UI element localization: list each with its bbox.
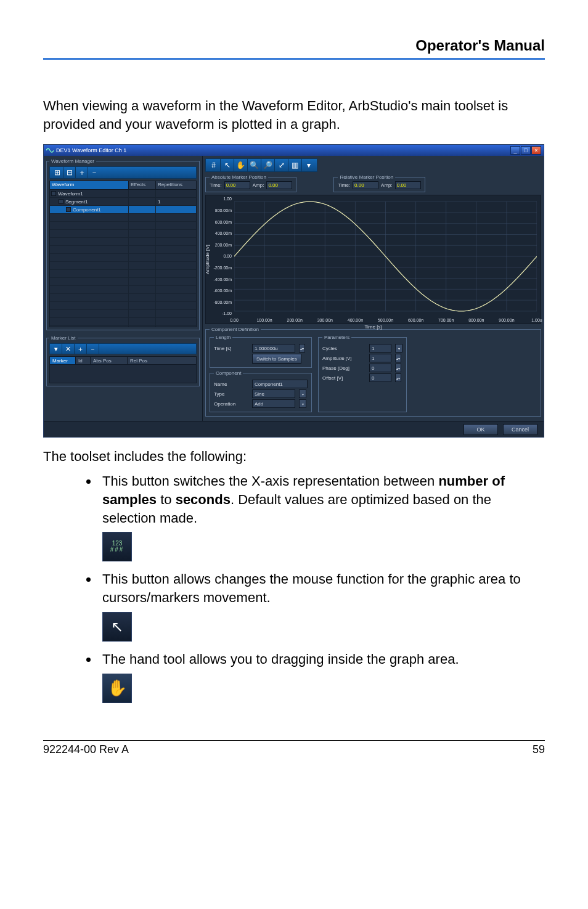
length-time-spinner[interactable]: ▴▾ (299, 344, 305, 353)
page-header: Operator's Manual (43, 37, 545, 60)
marker-col-id[interactable]: Id (76, 357, 91, 364)
waveform-row[interactable] (50, 310, 196, 318)
dialog-footer: OK Cancel (44, 421, 544, 437)
switch-to-samples-button[interactable]: Switch to Samples (252, 354, 301, 364)
component-legend: Component (214, 370, 243, 376)
component-type-dropdown-icon[interactable]: ▾ (299, 389, 306, 398)
titlebar[interactable]: DEV1 Waveform Editor Ch 1 _ □ × (44, 145, 544, 156)
chart-ylabel: Amplitude [V] (205, 245, 210, 275)
waveform-row[interactable] (50, 270, 196, 278)
hand-sample-icon: ✋ (102, 674, 132, 703)
marker-list-toolbar: ▾ ✕ ＋ － (49, 343, 197, 354)
chart-xtick: 200.00n (287, 318, 303, 322)
waveform-row[interactable] (50, 214, 196, 222)
waveform-row[interactable]: Component1 (50, 206, 196, 214)
chart-xlabel: Time [s] (364, 324, 382, 330)
parameters-legend: Parameters (322, 335, 351, 340)
chart-dropdown-icon[interactable]: ▾ (302, 159, 316, 171)
zoom-in-icon[interactable]: 🔍 (248, 159, 261, 171)
cancel-button[interactable]: Cancel (503, 424, 537, 435)
rel-time-input[interactable] (353, 181, 378, 189)
length-time-value[interactable]: 1.000000u (252, 344, 295, 353)
param-label: Cycles (322, 346, 365, 351)
col-repetitions[interactable]: Repetitions (156, 181, 194, 189)
param-value[interactable]: 0 (369, 364, 391, 372)
chart-ytick: -400.00m (211, 277, 232, 282)
param-dropdown-icon[interactable]: ▾ (395, 344, 402, 353)
bullet-xaxis-text-a: This button switches the X-axis represen… (102, 473, 438, 489)
waveform-row[interactable] (50, 246, 196, 254)
waveform-row[interactable] (50, 230, 196, 238)
rel-amp-label: Amp: (381, 182, 393, 188)
intro-paragraph: When viewing a waveform in the Waveform … (43, 97, 545, 133)
minimize-button[interactable]: _ (510, 146, 520, 155)
maximize-button[interactable]: □ (521, 146, 531, 155)
zoom-out-icon[interactable]: 🔎 (261, 159, 275, 171)
chart-ytick: 1.00 (211, 197, 232, 201)
waveform-manager-legend: Waveform Manager (49, 158, 96, 164)
marker-plus-icon[interactable]: ＋ (75, 344, 87, 354)
collapse-icon[interactable]: ⊟ (63, 167, 76, 178)
chart-xtick: 0.00 (230, 318, 239, 322)
fit-icon[interactable]: ⤢ (275, 159, 288, 171)
waveform-row[interactable] (50, 222, 196, 230)
waveform-row[interactable] (50, 238, 196, 246)
marker-minus-icon[interactable]: － (87, 344, 99, 354)
rel-amp-input[interactable] (395, 181, 421, 189)
cursor-icon[interactable]: ↖ (221, 159, 234, 171)
component-name-input[interactable]: Component1 (252, 380, 308, 388)
xaxis-toggle-icon[interactable]: # (207, 159, 221, 171)
param-label: Phase [Deg] (322, 365, 365, 371)
expand-icon[interactable]: ⊞ (51, 167, 63, 178)
abs-time-label: Time: (210, 182, 222, 188)
marker-col-abs[interactable]: Abs Pos (91, 357, 128, 364)
waveform-row[interactable] (50, 302, 196, 310)
param-value[interactable]: 1 (369, 344, 391, 353)
add-icon[interactable]: ＋ (76, 167, 88, 178)
abs-time-input[interactable] (224, 181, 250, 189)
waveform-row[interactable] (50, 286, 196, 294)
marker-delete-icon[interactable]: ✕ (62, 344, 75, 354)
hand-icon[interactable]: ✋ (234, 159, 248, 171)
waveform-row[interactable] (50, 278, 196, 286)
waveform-row[interactable] (50, 326, 196, 327)
marker-col-marker[interactable]: Marker (50, 357, 76, 364)
col-effects[interactable]: Effects (129, 181, 156, 189)
param-spinner-icon[interactable]: ▴▾ (395, 373, 401, 382)
col-waveform[interactable]: Waveform (50, 181, 129, 189)
param-spinner-icon[interactable]: ▴▾ (395, 354, 401, 362)
ok-button[interactable]: OK (463, 424, 498, 435)
marker-add-icon[interactable]: ▾ (50, 344, 62, 354)
chart-type-icon[interactable]: ▥ (288, 159, 302, 171)
component-name-label: Name (214, 381, 248, 387)
param-value[interactable]: 0 (369, 373, 391, 382)
chart-xtick: 300.00n (317, 318, 333, 322)
page-footer: 922244-00 Rev A 59 (43, 740, 545, 756)
relative-marker-position: Relative Marker Position Time: Amp: (333, 174, 425, 192)
xaxis-toggle-sample-icon: 123### (102, 532, 132, 561)
waveform-manager-panel: Waveform Manager ⊞ ⊟ ＋ － Waveform Effect… (46, 158, 200, 330)
waveform-chart[interactable]: Amplitude [V] Time [s] -1.00-800.00m-600… (205, 195, 541, 324)
waveform-row[interactable]: Segment11 (50, 198, 196, 206)
close-button[interactable]: × (531, 146, 541, 155)
waveform-row[interactable]: Waveform1 (50, 190, 196, 198)
bullet-xaxis-text-b: to (157, 492, 176, 507)
app-icon (46, 147, 54, 154)
marker-col-rel[interactable]: Rel Pos (128, 357, 165, 364)
component-type-select[interactable]: Sine (252, 389, 295, 398)
param-value[interactable]: 1 (369, 354, 391, 362)
component-definition-legend: Component Definition (210, 327, 261, 332)
param-label: Offset [V] (322, 375, 365, 381)
param-spinner-icon[interactable]: ▴▾ (395, 364, 401, 372)
length-time-label: Time [s] (214, 346, 248, 351)
abs-amp-input[interactable] (266, 181, 292, 189)
chart-ytick: 600.00m (211, 220, 232, 224)
component-op-dropdown-icon[interactable]: ▾ (299, 399, 306, 408)
waveform-row[interactable] (50, 254, 196, 262)
waveform-row[interactable] (50, 262, 196, 270)
waveform-row[interactable] (50, 294, 196, 302)
abs-marker-legend: Absolute Marker Position (210, 174, 268, 180)
component-op-select[interactable]: Add (252, 399, 295, 408)
remove-icon[interactable]: － (88, 167, 100, 178)
waveform-row[interactable] (50, 318, 196, 326)
